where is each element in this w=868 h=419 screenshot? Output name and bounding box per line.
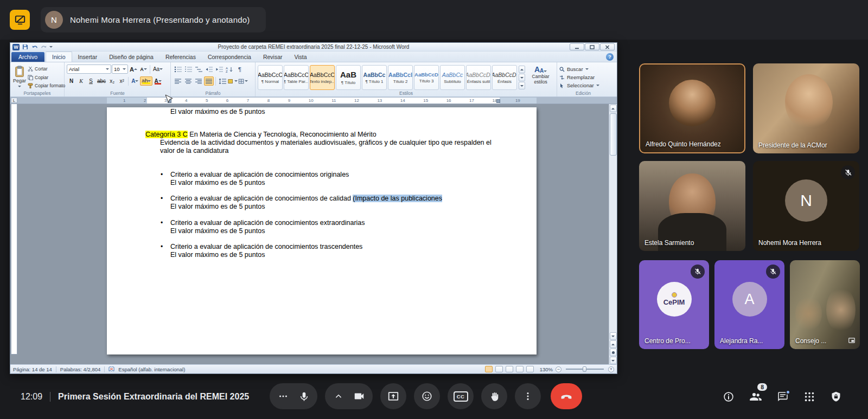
underline-button[interactable]: S [86, 76, 95, 86]
increase-indent-button[interactable] [214, 65, 224, 74]
captions-button[interactable]: CC [448, 383, 474, 409]
style-titulo[interactable]: AaB¶ Título [336, 65, 361, 90]
participant-tile-alfredo[interactable]: Alfredo Quinto Hernández [639, 63, 745, 153]
save-button[interactable] [22, 44, 29, 50]
subscript-button[interactable]: x₂ [107, 76, 117, 86]
style-titulo-1[interactable]: AaBbCc¶ Título 1 [362, 65, 387, 90]
camera-options-button[interactable] [330, 391, 347, 401]
change-styles-button[interactable]: AA Cambiar estilos [526, 65, 555, 89]
borders-button[interactable] [238, 76, 248, 86]
people-button[interactable]: 8 [749, 390, 762, 403]
chat-button[interactable] [777, 391, 789, 403]
copy-button[interactable]: Copiar [28, 74, 65, 81]
fullscreen-reading-view-button[interactable] [495, 366, 503, 372]
scroll-down-button[interactable] [610, 332, 617, 340]
host-controls-button[interactable] [830, 391, 842, 403]
outline-view-button[interactable] [516, 366, 524, 372]
zoom-out-button[interactable]: − [556, 366, 561, 372]
right-indent-marker[interactable] [496, 99, 500, 103]
zoom-level[interactable]: 130% [540, 366, 553, 372]
cut-button[interactable]: Cortar [28, 65, 65, 73]
strikethrough-button[interactable]: abc [96, 76, 107, 86]
find-button[interactable]: Buscar [559, 65, 608, 73]
shading-button[interactable] [228, 76, 238, 86]
zoom-slider-thumb[interactable] [583, 366, 586, 372]
bold-button[interactable]: N [67, 76, 76, 86]
paste-button[interactable]: Pegar [12, 64, 27, 90]
numbering-button[interactable] [183, 65, 193, 74]
more-options-button[interactable] [515, 383, 541, 409]
tab-correspondencia[interactable]: Correspondencia [202, 52, 257, 62]
language-indicator[interactable]: Español (alfab. internacional) [118, 366, 185, 372]
tab-diseno-de-pagina[interactable]: Diseño de página [103, 52, 159, 62]
proofing-icon[interactable] [108, 366, 114, 372]
style-subtitulo[interactable]: AaBbCcSubtítulo [440, 65, 465, 90]
style-table-paragraph[interactable]: AaBbCcC¶ Table Par... [284, 65, 309, 90]
web-layout-view-button[interactable] [506, 366, 513, 372]
word-logo-icon[interactable]: W [12, 44, 20, 50]
zoom-in-button[interactable]: + [608, 366, 614, 372]
font-size-select[interactable]: 10 [112, 65, 128, 74]
print-layout-view-button[interactable] [485, 366, 493, 372]
qat-customize-dropdown[interactable] [49, 46, 53, 49]
redo-button[interactable] [40, 44, 47, 50]
text-highlight-button[interactable]: ab [140, 76, 152, 86]
pip-icon[interactable] [847, 336, 856, 345]
line-spacing-button[interactable] [218, 76, 227, 86]
word-count[interactable]: Palabras: 4/2,804 [60, 366, 100, 372]
style-texto-independiente[interactable]: AaBbCcCTexto indep... [310, 65, 335, 90]
tab-archivo[interactable]: Archivo [11, 52, 44, 62]
tab-referencias[interactable]: Referencias [159, 52, 202, 62]
justify-button[interactable] [204, 76, 214, 86]
style-titulo-2[interactable]: AaBbCcITítulo 2 [388, 65, 413, 90]
indent-marker[interactable] [168, 98, 171, 103]
text-effects-button[interactable]: A [130, 76, 139, 86]
participant-tile-consejo[interactable]: Consejo ... [790, 260, 860, 349]
tab-vista[interactable]: Vista [288, 52, 312, 62]
decrease-indent-button[interactable] [204, 65, 214, 74]
mic-button[interactable] [296, 391, 312, 402]
style-enfasis-sutil[interactable]: AaBbCcD.Énfasis sutil [466, 65, 491, 90]
align-center-button[interactable] [183, 76, 193, 86]
previous-page-button[interactable] [610, 340, 617, 348]
shrink-font-button[interactable]: A [139, 65, 148, 74]
style-enfasis[interactable]: AaBbCcD.Énfasis [492, 65, 517, 90]
meeting-details-button[interactable] [723, 391, 735, 403]
align-left-button[interactable] [173, 76, 183, 86]
multilevel-list-button[interactable] [194, 65, 203, 74]
sort-button[interactable]: AZ [225, 65, 234, 74]
scrollbar-thumb[interactable] [610, 113, 617, 156]
presentation-app-icon[interactable] [10, 10, 30, 30]
participant-tile-nohemi[interactable]: N Nohemi Mora Herrera [753, 161, 859, 251]
vertical-ruler[interactable] [11, 104, 17, 354]
document-page[interactable]: El valor máximo es de 5 puntos Categoría… [107, 107, 537, 354]
scroll-up-button[interactable] [610, 105, 617, 112]
style-titulo-3[interactable]: AaBbCcDTítulo 3 [414, 65, 439, 90]
horizontal-ruler[interactable]: 12345678910111213141516171819 [107, 98, 537, 104]
font-family-select[interactable]: Arial [67, 65, 111, 74]
grow-font-button[interactable]: A [129, 65, 138, 74]
tab-insertar[interactable]: Insertar [72, 52, 104, 62]
raise-hand-button[interactable] [481, 383, 507, 409]
tab-revisar[interactable]: Revisar [257, 52, 289, 62]
draft-view-button[interactable] [526, 366, 534, 372]
italic-button[interactable]: K [76, 76, 86, 86]
style-normal[interactable]: AaBbCcC¶ Normal [258, 65, 283, 90]
close-button[interactable] [600, 43, 615, 50]
leave-call-button[interactable] [551, 383, 582, 409]
select-browse-object-button[interactable] [610, 349, 617, 356]
participant-tile-presidente[interactable]: Presidente de la ACMor [753, 63, 859, 153]
styles-scroll-down-button[interactable] [519, 74, 525, 81]
font-color-button[interactable]: A [153, 76, 162, 86]
superscript-button[interactable]: x² [117, 76, 126, 86]
tab-stop-selector[interactable]: L [11, 98, 17, 103]
minimize-button[interactable] [570, 43, 584, 50]
activities-button[interactable] [803, 391, 815, 403]
participant-tile-alejandra[interactable]: A Alejandra Ra... [714, 260, 784, 349]
audio-options-button[interactable] [275, 391, 291, 402]
maximize-button[interactable] [585, 43, 599, 50]
help-button[interactable]: ? [606, 53, 614, 61]
page-indicator[interactable]: Página: 14 de 14 [13, 366, 52, 372]
next-page-button[interactable] [610, 357, 617, 364]
undo-button[interactable] [31, 44, 38, 50]
